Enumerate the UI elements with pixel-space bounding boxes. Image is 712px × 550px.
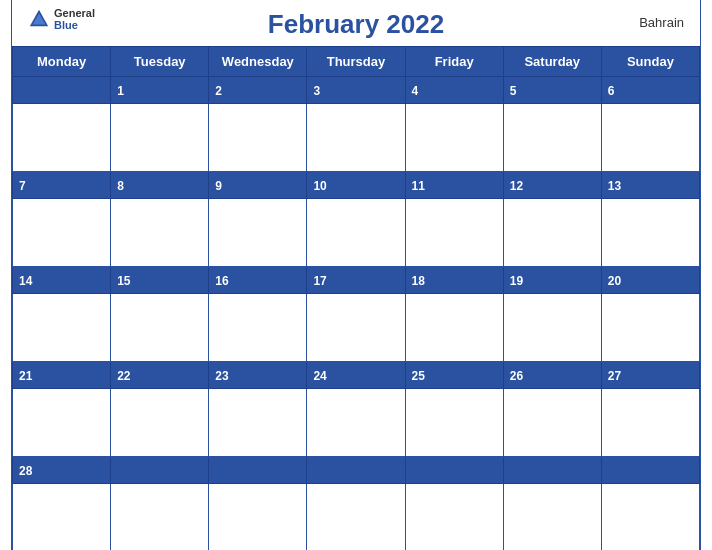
week-4-content-cell-1 bbox=[13, 388, 111, 456]
logo-area: General Blue bbox=[28, 7, 95, 31]
month-title: February 2022 bbox=[268, 9, 444, 40]
week-4-content-cell-7 bbox=[601, 388, 699, 456]
day-number-2: 2 bbox=[215, 84, 222, 98]
week-2-day-6-num-cell: 12 bbox=[503, 171, 601, 198]
week-2-day-3-num-cell: 9 bbox=[209, 171, 307, 198]
week-1-content-cell-2 bbox=[111, 103, 209, 171]
week-1-content-cell-7 bbox=[601, 103, 699, 171]
week-5-content-cell-5 bbox=[405, 483, 503, 550]
calendar-container: General Blue February 2022 Bahrain Monda… bbox=[11, 0, 701, 550]
week-3-content-cell-1 bbox=[13, 293, 111, 361]
week-2-day-2-num-cell: 8 bbox=[111, 171, 209, 198]
week-5-day-5-num-cell bbox=[405, 456, 503, 483]
col-thursday: Thursday bbox=[307, 46, 405, 76]
week-3-day-5-num-cell: 18 bbox=[405, 266, 503, 293]
day-number-11: 11 bbox=[412, 179, 425, 193]
week-5-content-cell-6 bbox=[503, 483, 601, 550]
week-3-content-cell-7 bbox=[601, 293, 699, 361]
week-1-day-7-num-cell: 6 bbox=[601, 76, 699, 103]
logo-text: General Blue bbox=[54, 7, 95, 31]
col-wednesday: Wednesday bbox=[209, 46, 307, 76]
week-4-content-cell-4 bbox=[307, 388, 405, 456]
week-3-content-cell-3 bbox=[209, 293, 307, 361]
week-2-content-cell-3 bbox=[209, 198, 307, 266]
week-5-day-7-num-cell bbox=[601, 456, 699, 483]
day-number-5: 5 bbox=[510, 84, 517, 98]
week-4-day-5-num-cell: 25 bbox=[405, 361, 503, 388]
week-2-day-4-num-cell: 10 bbox=[307, 171, 405, 198]
logo-blue: Blue bbox=[54, 19, 95, 31]
day-number-1: 1 bbox=[117, 84, 124, 98]
day-number-19: 19 bbox=[510, 274, 523, 288]
week-5-day-1-num-cell: 28 bbox=[13, 456, 111, 483]
week-3-header: 14151617181920 bbox=[13, 266, 700, 293]
week-5-day-4-num-cell bbox=[307, 456, 405, 483]
day-number-26: 26 bbox=[510, 369, 523, 383]
week-5-content-cell-1 bbox=[13, 483, 111, 550]
week-3-content bbox=[13, 293, 700, 361]
week-4-content-cell-3 bbox=[209, 388, 307, 456]
day-number-12: 12 bbox=[510, 179, 523, 193]
week-1-day-1-num-cell bbox=[13, 76, 111, 103]
day-number-6: 6 bbox=[608, 84, 615, 98]
day-number-23: 23 bbox=[215, 369, 228, 383]
day-number-4: 4 bbox=[412, 84, 419, 98]
week-3-day-1-num-cell: 14 bbox=[13, 266, 111, 293]
day-number-21: 21 bbox=[19, 369, 32, 383]
day-number-9: 9 bbox=[215, 179, 222, 193]
week-4-day-1-num-cell: 21 bbox=[13, 361, 111, 388]
week-1-header: 123456 bbox=[13, 76, 700, 103]
week-4-day-2-num-cell: 22 bbox=[111, 361, 209, 388]
week-5-day-3-num-cell bbox=[209, 456, 307, 483]
week-4-content-cell-2 bbox=[111, 388, 209, 456]
week-5-day-6-num-cell bbox=[503, 456, 601, 483]
week-1-content-cell-6 bbox=[503, 103, 601, 171]
day-number-18: 18 bbox=[412, 274, 425, 288]
week-2-day-5-num-cell: 11 bbox=[405, 171, 503, 198]
week-5-content-cell-2 bbox=[111, 483, 209, 550]
week-1-day-3-num-cell: 2 bbox=[209, 76, 307, 103]
week-2-content-cell-4 bbox=[307, 198, 405, 266]
week-5-content bbox=[13, 483, 700, 550]
week-3-day-6-num-cell: 19 bbox=[503, 266, 601, 293]
week-4-content-cell-6 bbox=[503, 388, 601, 456]
week-2-content-cell-6 bbox=[503, 198, 601, 266]
week-2-content-cell-5 bbox=[405, 198, 503, 266]
day-number-14: 14 bbox=[19, 274, 32, 288]
week-3-day-4-num-cell: 17 bbox=[307, 266, 405, 293]
week-4-day-3-num-cell: 23 bbox=[209, 361, 307, 388]
week-1-content-cell-1 bbox=[13, 103, 111, 171]
col-tuesday: Tuesday bbox=[111, 46, 209, 76]
week-4-day-7-num-cell: 27 bbox=[601, 361, 699, 388]
week-5-content-cell-7 bbox=[601, 483, 699, 550]
day-number-7: 7 bbox=[19, 179, 26, 193]
week-2-content-cell-1 bbox=[13, 198, 111, 266]
week-4-content bbox=[13, 388, 700, 456]
calendar-header: General Blue February 2022 Bahrain bbox=[12, 0, 700, 46]
day-number-24: 24 bbox=[313, 369, 326, 383]
week-5-day-2-num-cell bbox=[111, 456, 209, 483]
week-1-day-2-num-cell: 1 bbox=[111, 76, 209, 103]
week-2-day-7-num-cell: 13 bbox=[601, 171, 699, 198]
week-1-day-6-num-cell: 5 bbox=[503, 76, 601, 103]
week-1-content-cell-5 bbox=[405, 103, 503, 171]
week-1-content bbox=[13, 103, 700, 171]
week-3-content-cell-2 bbox=[111, 293, 209, 361]
week-3-day-3-num-cell: 16 bbox=[209, 266, 307, 293]
week-4-day-6-num-cell: 26 bbox=[503, 361, 601, 388]
calendar-grid: Monday Tuesday Wednesday Thursday Friday… bbox=[12, 46, 700, 551]
week-4-day-4-num-cell: 24 bbox=[307, 361, 405, 388]
week-2-content bbox=[13, 198, 700, 266]
week-2-day-1-num-cell: 7 bbox=[13, 171, 111, 198]
logo-icon bbox=[28, 8, 50, 30]
col-monday: Monday bbox=[13, 46, 111, 76]
col-saturday: Saturday bbox=[503, 46, 601, 76]
week-5-content-cell-4 bbox=[307, 483, 405, 550]
week-2-content-cell-7 bbox=[601, 198, 699, 266]
week-1-day-4-num-cell: 3 bbox=[307, 76, 405, 103]
col-friday: Friday bbox=[405, 46, 503, 76]
week-3-day-7-num-cell: 20 bbox=[601, 266, 699, 293]
logo-general: General bbox=[54, 7, 95, 19]
day-number-16: 16 bbox=[215, 274, 228, 288]
days-header-row: Monday Tuesday Wednesday Thursday Friday… bbox=[13, 46, 700, 76]
